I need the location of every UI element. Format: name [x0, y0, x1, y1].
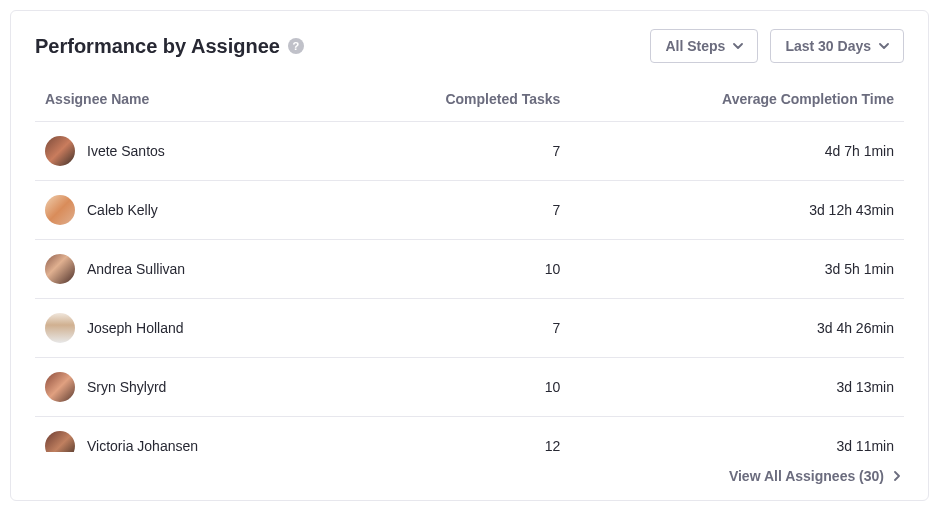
table-row[interactable]: Andrea Sullivan103d 5h 1min	[35, 240, 904, 299]
completed-tasks: 7	[336, 299, 570, 358]
filter-steps-dropdown[interactable]: All Steps	[650, 29, 758, 63]
completed-tasks: 7	[336, 122, 570, 181]
table-scroll-container[interactable]: Assignee Name Completed Tasks Average Co…	[11, 77, 928, 452]
completed-tasks: 7	[336, 181, 570, 240]
view-all-label: View All Assignees (30)	[729, 468, 884, 484]
help-icon[interactable]: ?	[288, 38, 304, 54]
panel-title: Performance by Assignee	[35, 35, 280, 58]
avatar	[45, 254, 75, 284]
title-wrap: Performance by Assignee ?	[35, 35, 304, 58]
avg-completion-time: 3d 4h 26min	[570, 299, 904, 358]
assignee-name: Victoria Johansen	[87, 438, 198, 452]
assignee-name: Caleb Kelly	[87, 202, 158, 218]
header-controls: All Steps Last 30 Days	[650, 29, 904, 63]
table-row[interactable]: Joseph Holland73d 4h 26min	[35, 299, 904, 358]
col-assignee: Assignee Name	[35, 77, 336, 122]
avatar	[45, 136, 75, 166]
avg-completion-time: 3d 11min	[570, 417, 904, 453]
assignee-name: Joseph Holland	[87, 320, 184, 336]
avg-completion-time: 3d 12h 43min	[570, 181, 904, 240]
assignee-cell: Ivete Santos	[35, 122, 336, 181]
completed-tasks: 10	[336, 240, 570, 299]
assignee-cell: Victoria Johansen	[35, 417, 336, 453]
panel-header: Performance by Assignee ? All Steps Last…	[11, 11, 928, 77]
avg-completion-time: 3d 5h 1min	[570, 240, 904, 299]
caret-down-icon	[733, 43, 743, 49]
assignee-cell: Caleb Kelly	[35, 181, 336, 240]
completed-tasks: 10	[336, 358, 570, 417]
assignee-table: Assignee Name Completed Tasks Average Co…	[35, 77, 904, 452]
table-row[interactable]: Ivete Santos74d 7h 1min	[35, 122, 904, 181]
col-completed: Completed Tasks	[336, 77, 570, 122]
completed-tasks: 12	[336, 417, 570, 453]
avatar	[45, 372, 75, 402]
filter-range-dropdown[interactable]: Last 30 Days	[770, 29, 904, 63]
table-row[interactable]: Caleb Kelly73d 12h 43min	[35, 181, 904, 240]
table-row[interactable]: Victoria Johansen123d 11min	[35, 417, 904, 453]
avatar	[45, 431, 75, 452]
assignee-name: Sryn Shylyrd	[87, 379, 166, 395]
filter-range-label: Last 30 Days	[785, 38, 871, 54]
avg-completion-time: 3d 13min	[570, 358, 904, 417]
view-all-assignees-button[interactable]: View All Assignees (30)	[729, 468, 900, 484]
filter-steps-label: All Steps	[665, 38, 725, 54]
assignee-name: Ivete Santos	[87, 143, 165, 159]
chevron-right-icon	[894, 471, 900, 481]
assignee-cell: Sryn Shylyrd	[35, 358, 336, 417]
caret-down-icon	[879, 43, 889, 49]
table-row[interactable]: Sryn Shylyrd103d 13min	[35, 358, 904, 417]
col-avg-time: Average Completion Time	[570, 77, 904, 122]
performance-panel: Performance by Assignee ? All Steps Last…	[10, 10, 929, 501]
table-header-row: Assignee Name Completed Tasks Average Co…	[35, 77, 904, 122]
assignee-cell: Andrea Sullivan	[35, 240, 336, 299]
assignee-cell: Joseph Holland	[35, 299, 336, 358]
assignee-name: Andrea Sullivan	[87, 261, 185, 277]
panel-footer: View All Assignees (30)	[11, 452, 928, 500]
avg-completion-time: 4d 7h 1min	[570, 122, 904, 181]
avatar	[45, 313, 75, 343]
avatar	[45, 195, 75, 225]
